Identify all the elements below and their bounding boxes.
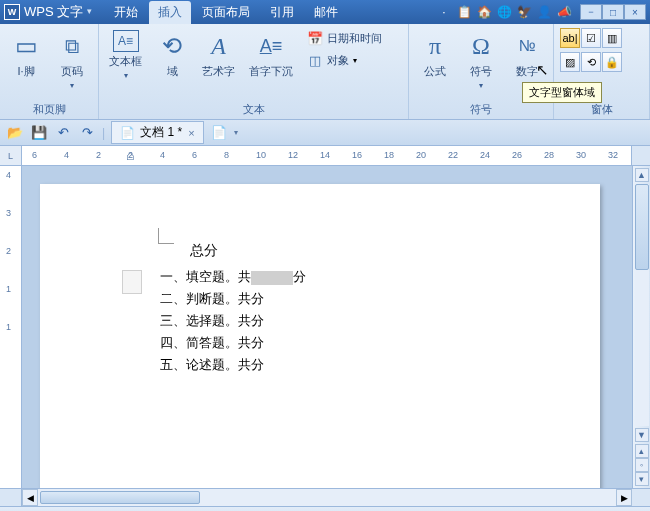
wordart-button[interactable]: A 艺术字	[198, 28, 239, 81]
tab-insert[interactable]: 插入	[149, 1, 191, 24]
number-label: 数字	[516, 64, 538, 79]
user-icon[interactable]: 👤	[536, 4, 552, 20]
clipboard-icon[interactable]: 📋	[456, 4, 472, 20]
ribbon-group-form: ab| ☑ ▥ ▨ ⟲ 🔒 窗体	[554, 24, 650, 119]
chevron-down-icon: ▾	[124, 71, 128, 80]
doc-line-prefix: 一、填空题。共	[160, 269, 251, 284]
doc-line-prefix: 二、判断题。共分	[160, 291, 264, 306]
ruler-tick: 6	[192, 150, 197, 160]
page-area[interactable]: 总分 一、填空题。共分二、判断题。共分三、选择题。共分四、简答题。共分五、论述题…	[22, 166, 632, 488]
textbox-icon: A≡	[113, 30, 139, 52]
scroll-right-button[interactable]: ▶	[616, 489, 632, 506]
ruler-tick: 22	[448, 150, 458, 160]
ruler-tick: 8	[224, 150, 229, 160]
datetime-button[interactable]: 📅 日期和时间	[303, 28, 386, 48]
status-bar: 修订 大写 数字 改写 拼写检查: 打磨位: 毫米 ▦ ☰ ▤ 100 % − …	[0, 506, 650, 511]
text-form-field-button[interactable]: ab|	[560, 28, 580, 48]
reset-form-button[interactable]: ⟲	[581, 52, 601, 72]
chevron-down-icon: ▾	[479, 81, 483, 90]
ruler-tick: 6	[32, 150, 37, 160]
dropcap-label: 首字下沉	[249, 64, 293, 79]
number-button[interactable]: № 数字	[507, 28, 547, 81]
ribbon-group-text: A≡ 文本框 ▾ ⟲ 域 A 艺术字 A≡ 首字下沉 📅 日期和时间	[99, 24, 409, 119]
vruler-tick: 3	[6, 208, 11, 218]
hscroll-track[interactable]	[38, 489, 616, 506]
workspace: 43211 总分 一、填空题。共分二、判断题。共分三、选择题。共分四、简答题。共…	[0, 166, 650, 488]
doc-line: 四、简答题。共分	[160, 332, 600, 354]
header-footer-button[interactable]: ▭ I·脚	[6, 28, 46, 81]
globe-icon[interactable]: 🌐	[496, 4, 512, 20]
app-menu-dropdown[interactable]: ▾	[87, 6, 99, 18]
tab-references[interactable]: 引用	[261, 1, 303, 24]
doc-line: 一、填空题。共分	[160, 266, 600, 288]
field-button[interactable]: ⟲ 域	[152, 28, 192, 81]
ribbon-group-symbol: π 公式 Ω 符号 ▾ № 数字 符号	[409, 24, 554, 119]
horizontal-scrollbar[interactable]: ◀ ▶	[0, 488, 650, 506]
protect-form-button[interactable]: 🔒	[602, 52, 622, 72]
dropdown-form-field-button[interactable]: ▥	[602, 28, 622, 48]
redo-button[interactable]: ↷	[78, 124, 96, 142]
scroll-track[interactable]	[635, 184, 649, 426]
ruler-tick: 26	[512, 150, 522, 160]
document-page[interactable]: 总分 一、填空题。共分二、判断题。共分三、选择题。共分四、简答题。共分五、论述题…	[40, 184, 600, 488]
next-page-button[interactable]: ▾	[635, 472, 649, 486]
number-icon: №	[511, 30, 543, 62]
field-icon: ⟲	[156, 30, 188, 62]
maximize-button[interactable]: □	[602, 4, 624, 20]
checkbox-form-field-button[interactable]: ☑	[581, 28, 601, 48]
scroll-up-button[interactable]: ▲	[635, 168, 649, 182]
textbox-button[interactable]: A≡ 文本框 ▾	[105, 28, 146, 82]
vruler-tick: 2	[6, 246, 11, 256]
window-controls: － □ ×	[580, 4, 646, 20]
page-number-button[interactable]: ⧉ 页码 ▾	[52, 28, 92, 92]
ruler-tick: 20	[416, 150, 426, 160]
wordart-icon: A	[203, 30, 235, 62]
ruler-tick: 2	[96, 150, 101, 160]
doc-heading: 总分	[190, 242, 600, 260]
home-icon[interactable]: 🏠	[476, 4, 492, 20]
menu-bar: 开始 插入 页面布局 引用 邮件	[105, 0, 347, 24]
tooltip-text-form-field: 文字型窗体域	[522, 82, 602, 103]
text-form-field[interactable]	[251, 271, 293, 285]
minimize-button[interactable]: －	[580, 4, 602, 20]
chevron-down-icon: ▾	[70, 81, 74, 90]
formula-label: 公式	[424, 64, 446, 79]
page-number-icon: ⧉	[56, 30, 88, 62]
tab-mailings[interactable]: 邮件	[305, 1, 347, 24]
object-icon: ◫	[307, 52, 323, 68]
tab-start[interactable]: 开始	[105, 1, 147, 24]
doc-line: 五、论述题。共分	[160, 354, 600, 376]
quick-access-toolbar: 📂 💾 ↶ ↷ | 📄 文档 1 * × 📄 ▾	[0, 120, 650, 146]
doc-line-prefix: 四、简答题。共分	[160, 335, 264, 350]
close-tab-button[interactable]: ×	[188, 127, 194, 139]
hscroll-thumb[interactable]	[40, 491, 200, 504]
datetime-label: 日期和时间	[327, 31, 382, 46]
save-button[interactable]: 💾	[30, 124, 48, 142]
form-shading-button[interactable]: ▨	[560, 52, 580, 72]
new-doc-button[interactable]: 📄	[210, 124, 228, 142]
undo-button[interactable]: ↶	[54, 124, 72, 142]
ruler-tick: 14	[320, 150, 330, 160]
browse-object-button[interactable]: ◦	[635, 458, 649, 472]
document-tab[interactable]: 📄 文档 1 * ×	[111, 121, 203, 144]
ruler-tick: 12	[288, 150, 298, 160]
scroll-down-button[interactable]: ▼	[635, 428, 649, 442]
announce-icon[interactable]: 📣	[556, 4, 572, 20]
ruler-tick: 4	[64, 150, 69, 160]
close-button[interactable]: ×	[624, 4, 646, 20]
vertical-scrollbar[interactable]: ▲ ▼ ▴ ◦ ▾	[632, 166, 650, 488]
object-button[interactable]: ◫ 对象 ▾	[303, 50, 386, 70]
horizontal-ruler[interactable]: ⌂ 6422468101214161820222426283032	[22, 146, 632, 165]
scroll-left-button[interactable]: ◀	[22, 489, 38, 506]
vertical-ruler[interactable]: 43211	[0, 166, 22, 488]
bird-icon[interactable]: 🦅	[516, 4, 532, 20]
tab-page-layout[interactable]: 页面布局	[193, 1, 259, 24]
calendar-icon: 📅	[307, 30, 323, 46]
prev-page-button[interactable]: ▴	[635, 444, 649, 458]
formula-button[interactable]: π 公式	[415, 28, 455, 81]
page-margin-icon	[122, 270, 142, 294]
scroll-thumb[interactable]	[635, 184, 649, 270]
open-button[interactable]: 📂	[6, 124, 24, 142]
symbol-button[interactable]: Ω 符号 ▾	[461, 28, 501, 92]
dropcap-button[interactable]: A≡ 首字下沉	[245, 28, 297, 81]
